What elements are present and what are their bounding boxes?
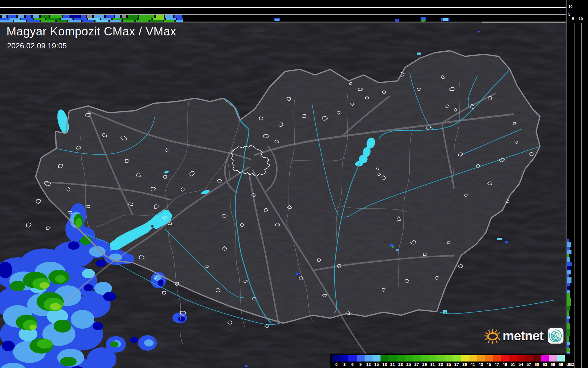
right-strip-echo [567, 316, 570, 319]
legend-cell-12dbz [365, 355, 373, 362]
right-strip-echo [567, 247, 570, 250]
metnet-logo: metnet [483, 324, 564, 348]
legend-value-labels: 0369121518212325272931333537394143454749… [332, 362, 576, 367]
top-strip-echo [443, 18, 448, 21]
top-strip-echo [164, 20, 174, 22]
right-strip-echo [567, 277, 571, 283]
right-strip-echo [567, 239, 569, 242]
right-strip-echo [567, 290, 570, 293]
legend-cell-51dbz [509, 355, 517, 362]
strip-separator-light-segment [482, 22, 566, 23]
legend-label: 37 [453, 362, 461, 367]
axis-label-5km: 5 [572, 17, 574, 21]
top-strip-echo [165, 15, 173, 18]
top-strip-echo [275, 19, 279, 21]
top-strip-echo [94, 15, 104, 18]
top-strip-echo [8, 15, 16, 18]
top-strip-echo [21, 18, 33, 20]
radar-app-screen: { "header": { "title": "Magyar Kompozit … [0, 0, 588, 368]
legend-cell-47dbz [493, 355, 501, 362]
top-strip-echo [101, 18, 111, 20]
top-strip-echo [421, 19, 425, 22]
top-strip-echo [113, 18, 122, 20]
legend-label: 66 [549, 362, 557, 367]
top-strip-echo [34, 18, 45, 20]
legend-cell-18dbz [381, 355, 388, 362]
logo-text: metnet [503, 328, 543, 343]
legend-label: 27 [413, 362, 421, 367]
top-strip-echo [136, 20, 149, 22]
legend-cell-0dbz [332, 355, 340, 362]
right-strip-echo [567, 345, 569, 348]
right-strip-gridline-5km [574, 23, 574, 368]
legend-label: 60 [533, 362, 541, 367]
legend-label: 23 [397, 362, 405, 367]
top-strip-echo [123, 20, 134, 22]
legend-label: 54 [517, 362, 525, 367]
top-strip-echo [2, 15, 6, 18]
right-projection-strip [567, 23, 588, 368]
top-strip-echo [106, 15, 114, 18]
legend-label: 15 [373, 362, 381, 367]
legend-label: 25 [405, 362, 413, 367]
legend-cell-69dbz [557, 355, 565, 362]
legend-cell-25dbz [405, 355, 413, 362]
top-strip-echo [68, 20, 81, 22]
right-strip-echo [567, 319, 569, 323]
legend-label: 47 [493, 362, 501, 367]
right-strip-echo [567, 262, 572, 266]
metnet-app-icon [548, 326, 564, 345]
top-strip-echo [74, 18, 87, 20]
top-strip-echo [83, 20, 94, 22]
right-strip-echo [567, 250, 571, 254]
top-strip-echo [0, 20, 13, 22]
legend-label: 63 [541, 362, 549, 367]
right-strip-echo [567, 306, 570, 311]
legend-label: 51 [509, 362, 517, 367]
top-strip-echo [95, 20, 108, 22]
right-strip-echo [567, 336, 569, 342]
top-strip-echo [46, 18, 60, 20]
top-strip-echo [115, 15, 120, 18]
right-strip-echo [567, 266, 570, 270]
legend-label: 39 [461, 362, 469, 367]
top-strip-echo [128, 15, 138, 18]
right-strip-echo [567, 348, 570, 352]
legend-cell-45dbz [485, 355, 493, 362]
legend-cell-3dbz [340, 355, 348, 362]
legend-label: 35 [445, 362, 453, 367]
legend-label: 69 [557, 362, 565, 367]
top-strip-echo [0, 18, 9, 20]
right-strip-echo [567, 242, 571, 247]
top-strip-echo [150, 20, 163, 22]
legend-label: 12 [365, 362, 373, 367]
top-strip-echo [122, 15, 126, 18]
right-strip-gridline-10km [581, 23, 582, 368]
top-strip-echo [57, 20, 67, 22]
axis-label-5km: 5 [568, 12, 570, 16]
top-strip-echo [33, 15, 39, 18]
top-strip-echo [395, 19, 399, 22]
top-strip-echo [27, 20, 40, 22]
right-strip-echo [567, 311, 569, 316]
right-strip-echo [567, 342, 570, 345]
legend-cell-21dbz [388, 355, 396, 362]
legend-label: 31 [429, 362, 437, 367]
top-strip-echo [41, 20, 55, 22]
right-strip-echo [567, 274, 569, 277]
page-title: Magyar Kompozit CMax / VMax [6, 25, 176, 38]
legend-label: 6 [348, 362, 356, 367]
legend-label: 3 [340, 362, 348, 367]
top-strip-echo [63, 15, 70, 18]
legend-cell-27dbz [413, 355, 421, 362]
legend-cell-41dbz [469, 355, 477, 362]
legend-label: 0 [332, 362, 340, 367]
legend-cell-31dbz [429, 355, 437, 362]
tihany-gap [151, 225, 154, 228]
right-strip-echo [567, 254, 569, 257]
top-strip-echo [71, 15, 80, 18]
timestamp: 2026.02.09 19:05 [7, 41, 67, 50]
legend-label: 49 [501, 362, 509, 367]
radar-map-canvas [0, 23, 566, 368]
legend-unit-label: dBZ [565, 362, 576, 367]
